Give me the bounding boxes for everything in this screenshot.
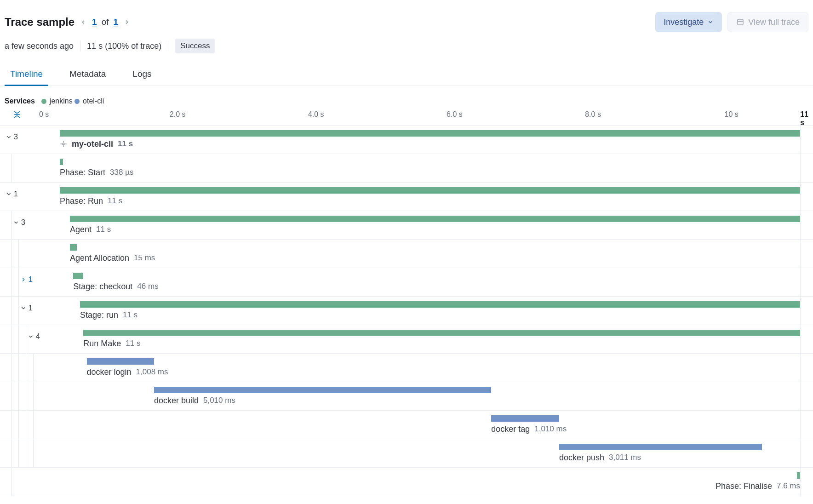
rail-right	[800, 411, 813, 439]
hierarchy-cell: 3	[0, 126, 60, 154]
span-label: Phase: Start	[60, 168, 105, 178]
rail-right	[800, 240, 813, 268]
span-label: Phase: Finalise	[716, 481, 772, 491]
axis-tick: 6.0 s	[447, 110, 463, 119]
hierarchy-cell: 1	[0, 183, 60, 211]
span-row[interactable]: Agent Allocation15 ms	[0, 240, 813, 268]
span-label: Stage: run	[80, 310, 118, 320]
hierarchy-cell	[0, 411, 60, 439]
span-row[interactable]: Phase: Finalise7.6 ms	[0, 468, 813, 496]
span-row[interactable]: docker push3,011 ms	[0, 439, 813, 468]
trace-body: 3my-otel-cli11 sPhase: Start338 µs1Phase…	[0, 125, 813, 496]
expand-toggle[interactable]: 4	[28, 332, 40, 341]
pager-current[interactable]: 1	[92, 17, 97, 27]
span-bar[interactable]	[70, 216, 800, 222]
span-bar-cell: Agent Allocation15 ms	[60, 240, 800, 265]
service-jenkins[interactable]: jenkins	[41, 97, 73, 105]
span-row[interactable]: docker build5,010 ms	[0, 382, 813, 411]
span-row[interactable]: 3my-otel-cli11 s	[0, 126, 813, 154]
span-bar[interactable]	[80, 301, 800, 308]
investigate-label: Investigate	[664, 17, 704, 27]
span-label: docker push	[559, 453, 604, 463]
span-bar[interactable]	[83, 330, 800, 336]
chevron-down-icon	[707, 19, 714, 25]
hierarchy-cell	[0, 154, 60, 182]
hierarchy-cell: 1	[0, 268, 60, 296]
chevron-right-icon	[20, 276, 27, 283]
status-badge: Success	[175, 39, 215, 53]
view-full-trace-label: View full trace	[748, 17, 800, 27]
span-bar[interactable]	[491, 415, 559, 422]
span-duration: 11 s	[96, 225, 111, 234]
expand-toggle[interactable]: 1	[6, 190, 18, 198]
prev-trace-button[interactable]	[79, 18, 87, 26]
span-row[interactable]: 1Phase: Run11 s	[0, 183, 813, 211]
span-bar-cell: docker build5,010 ms	[60, 382, 800, 408]
expand-toggle[interactable]: 1	[20, 304, 33, 312]
tab-metadata[interactable]: Metadata	[64, 69, 111, 86]
span-label: Agent	[70, 225, 92, 235]
rail-right	[800, 126, 813, 154]
span-row[interactable]: 4Run Make11 s	[0, 325, 813, 354]
service-label: otel-cli	[83, 97, 104, 105]
span-bar[interactable]	[559, 444, 762, 450]
span-bar[interactable]	[70, 244, 77, 251]
span-row[interactable]: docker tag1,010 ms	[0, 411, 813, 439]
span-label: my-otel-cli	[72, 139, 113, 149]
span-bar-cell: Run Make11 s	[60, 325, 800, 351]
hierarchy-cell	[0, 468, 60, 496]
view-full-trace-button[interactable]: View full trace	[727, 12, 808, 32]
axis-tick: 0 s	[39, 110, 49, 119]
span-bar[interactable]	[797, 472, 800, 479]
chevron-down-icon	[6, 191, 12, 197]
span-caption: docker build5,010 ms	[154, 396, 235, 406]
span-bar[interactable]	[87, 358, 154, 365]
span-bar-cell: docker push3,011 ms	[60, 439, 800, 465]
child-count: 1	[29, 275, 33, 284]
collapse-all-button[interactable]	[5, 109, 39, 121]
expand-toggle[interactable]: 3	[13, 218, 25, 227]
axis-tick: 2.0 s	[170, 110, 186, 119]
axis-tick: 8.0 s	[585, 110, 601, 119]
span-label: docker tag	[491, 424, 530, 434]
rail-right	[800, 268, 813, 296]
investigate-button[interactable]: Investigate	[655, 12, 722, 32]
svg-rect-0	[738, 19, 743, 25]
span-row[interactable]: 1Stage: run11 s	[0, 297, 813, 325]
span-bar[interactable]	[154, 387, 491, 393]
svg-point-3	[63, 143, 64, 145]
span-duration: 11 s	[123, 310, 137, 320]
service-dot-icon	[41, 99, 46, 104]
span-bar[interactable]	[60, 130, 800, 137]
tabs: TimelineMetadataLogs	[0, 53, 813, 86]
next-trace-button[interactable]	[123, 18, 131, 26]
chevron-down-icon	[28, 333, 34, 340]
expand-toggle[interactable]: 3	[6, 133, 18, 141]
span-duration: 11 s	[126, 339, 140, 348]
span-caption: Agent Allocation15 ms	[70, 253, 155, 263]
span-bar[interactable]	[60, 159, 63, 165]
service-otel-cli[interactable]: otel-cli	[74, 97, 104, 105]
span-row[interactable]: 1Stage: checkout46 ms	[0, 268, 813, 297]
span-caption: Run Make11 s	[83, 339, 140, 349]
span-bar[interactable]	[60, 187, 800, 194]
collapse-all-icon	[12, 110, 22, 119]
span-row[interactable]: Phase: Start338 µs	[0, 154, 813, 183]
trace-viewer: Trace sample 1 of 1 Investigate View fu	[0, 0, 813, 496]
span-row[interactable]: 3Agent11 s	[0, 211, 813, 240]
rail-right	[800, 154, 813, 182]
span-bar[interactable]	[73, 273, 83, 279]
expand-toggle[interactable]: 1	[20, 275, 33, 284]
rail-right	[800, 325, 813, 353]
axis-tick: 10 s	[725, 110, 739, 119]
span-bar-cell: docker tag1,010 ms	[60, 411, 800, 436]
span-row[interactable]: docker login1,008 ms	[0, 354, 813, 382]
hierarchy-cell	[0, 354, 60, 382]
axis-ticks: 0 s2.0 s4.0 s6.0 s8.0 s10 s11 s	[39, 110, 808, 120]
page-title: Trace sample	[5, 16, 74, 29]
tab-logs[interactable]: Logs	[127, 69, 157, 86]
tab-timeline[interactable]: Timeline	[5, 69, 48, 86]
span-duration: 338 µs	[110, 168, 133, 177]
axis-tick: 4.0 s	[308, 110, 324, 119]
pager-total[interactable]: 1	[114, 17, 119, 27]
